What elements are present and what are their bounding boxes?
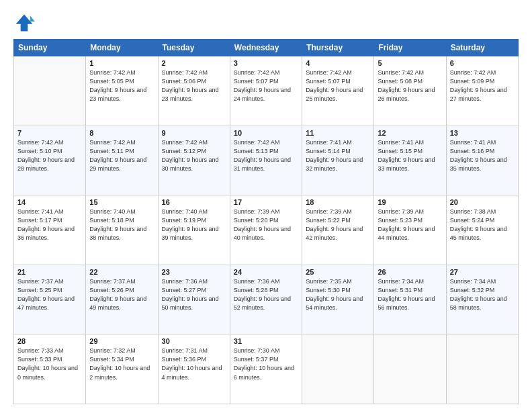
day-number: 15 (89, 198, 154, 206)
day-number: 14 (17, 198, 82, 206)
day-number: 22 (89, 268, 154, 276)
day-detail: Sunrise: 7:42 AMSunset: 5:09 PMDaylight:… (450, 68, 515, 103)
day-detail: Sunrise: 7:40 AMSunset: 5:18 PMDaylight:… (89, 208, 154, 242)
day-detail: Sunrise: 7:39 AMSunset: 5:20 PMDaylight:… (234, 208, 298, 242)
day-detail: Sunrise: 7:33 AMSunset: 5:33 PMDaylight:… (17, 347, 82, 381)
calendar-cell (446, 334, 518, 404)
svg-marker-0 (16, 15, 33, 32)
day-number: 20 (450, 198, 515, 206)
calendar-cell: 4Sunrise: 7:42 AMSunset: 5:07 PMDaylight… (302, 56, 374, 126)
day-number: 7 (17, 129, 82, 137)
day-number: 3 (234, 59, 298, 67)
day-number: 16 (162, 198, 226, 206)
day-detail: Sunrise: 7:42 AMSunset: 5:11 PMDaylight:… (89, 138, 154, 173)
logo (13, 12, 38, 34)
day-number: 8 (89, 129, 154, 137)
calendar-cell: 8Sunrise: 7:42 AMSunset: 5:11 PMDaylight… (86, 126, 158, 195)
day-detail: Sunrise: 7:34 AMSunset: 5:32 PMDaylight:… (450, 277, 515, 312)
calendar-cell: 29Sunrise: 7:32 AMSunset: 5:34 PMDayligh… (86, 334, 158, 404)
logo-icon (13, 12, 35, 34)
weekday-header: Thursday (302, 40, 374, 56)
day-number: 4 (306, 59, 370, 67)
day-number: 30 (162, 337, 226, 345)
calendar-cell: 2Sunrise: 7:42 AMSunset: 5:06 PMDaylight… (158, 56, 230, 126)
day-number: 24 (234, 268, 298, 276)
day-number: 31 (234, 337, 298, 345)
day-number: 27 (450, 268, 515, 276)
calendar-cell (302, 334, 374, 404)
header (13, 12, 519, 34)
day-number: 25 (306, 268, 370, 276)
day-number: 18 (306, 198, 370, 206)
day-detail: Sunrise: 7:37 AMSunset: 5:25 PMDaylight:… (17, 277, 82, 312)
calendar-cell: 19Sunrise: 7:39 AMSunset: 5:23 PMDayligh… (374, 195, 446, 265)
calendar-cell: 14Sunrise: 7:41 AMSunset: 5:17 PMDayligh… (14, 195, 86, 265)
day-detail: Sunrise: 7:42 AMSunset: 5:05 PMDaylight:… (89, 68, 154, 103)
calendar-page: SundayMondayTuesdayWednesdayThursdayFrid… (0, 0, 532, 411)
day-detail: Sunrise: 7:42 AMSunset: 5:08 PMDaylight:… (378, 68, 442, 103)
calendar-cell: 22Sunrise: 7:37 AMSunset: 5:26 PMDayligh… (86, 265, 158, 334)
calendar-cell: 16Sunrise: 7:40 AMSunset: 5:19 PMDayligh… (158, 195, 230, 265)
day-detail: Sunrise: 7:42 AMSunset: 5:12 PMDaylight:… (162, 138, 226, 173)
day-detail: Sunrise: 7:36 AMSunset: 5:27 PMDaylight:… (162, 277, 226, 312)
day-detail: Sunrise: 7:42 AMSunset: 5:07 PMDaylight:… (306, 68, 370, 103)
calendar-cell: 20Sunrise: 7:38 AMSunset: 5:24 PMDayligh… (446, 195, 518, 265)
calendar-cell: 7Sunrise: 7:42 AMSunset: 5:10 PMDaylight… (14, 126, 86, 195)
calendar-cell: 18Sunrise: 7:39 AMSunset: 5:22 PMDayligh… (302, 195, 374, 265)
day-detail: Sunrise: 7:38 AMSunset: 5:24 PMDaylight:… (450, 208, 515, 242)
day-number: 6 (450, 59, 515, 67)
day-detail: Sunrise: 7:31 AMSunset: 5:36 PMDaylight:… (162, 347, 226, 381)
day-detail: Sunrise: 7:41 AMSunset: 5:14 PMDaylight:… (306, 138, 370, 173)
calendar-cell: 17Sunrise: 7:39 AMSunset: 5:20 PMDayligh… (230, 195, 302, 265)
calendar-week-row: 28Sunrise: 7:33 AMSunset: 5:33 PMDayligh… (14, 334, 519, 404)
day-detail: Sunrise: 7:41 AMSunset: 5:16 PMDaylight:… (450, 138, 515, 173)
weekday-header: Wednesday (230, 40, 302, 56)
calendar-cell: 23Sunrise: 7:36 AMSunset: 5:27 PMDayligh… (158, 265, 230, 334)
calendar-cell: 26Sunrise: 7:34 AMSunset: 5:31 PMDayligh… (374, 265, 446, 334)
day-detail: Sunrise: 7:41 AMSunset: 5:15 PMDaylight:… (378, 138, 442, 173)
day-number: 12 (378, 129, 442, 137)
day-detail: Sunrise: 7:39 AMSunset: 5:23 PMDaylight:… (378, 208, 442, 242)
day-detail: Sunrise: 7:30 AMSunset: 5:37 PMDaylight:… (234, 347, 298, 381)
day-detail: Sunrise: 7:42 AMSunset: 5:06 PMDaylight:… (162, 68, 226, 103)
calendar-cell: 25Sunrise: 7:35 AMSunset: 5:30 PMDayligh… (302, 265, 374, 334)
day-detail: Sunrise: 7:36 AMSunset: 5:28 PMDaylight:… (234, 277, 298, 312)
weekday-header: Saturday (446, 40, 518, 56)
calendar-cell (374, 334, 446, 404)
weekday-header: Sunday (14, 40, 86, 56)
calendar-week-row: 14Sunrise: 7:41 AMSunset: 5:17 PMDayligh… (14, 195, 519, 265)
day-number: 2 (162, 59, 226, 67)
day-number: 19 (378, 198, 442, 206)
day-detail: Sunrise: 7:42 AMSunset: 5:07 PMDaylight:… (234, 68, 298, 103)
weekday-header: Monday (86, 40, 158, 56)
calendar-cell: 24Sunrise: 7:36 AMSunset: 5:28 PMDayligh… (230, 265, 302, 334)
day-number: 11 (306, 129, 370, 137)
calendar-week-row: 1Sunrise: 7:42 AMSunset: 5:05 PMDaylight… (14, 56, 519, 126)
calendar-table: SundayMondayTuesdayWednesdayThursdayFrid… (13, 39, 519, 404)
calendar-cell: 3Sunrise: 7:42 AMSunset: 5:07 PMDaylight… (230, 56, 302, 126)
day-number: 17 (234, 198, 298, 206)
day-number: 1 (89, 59, 154, 67)
day-number: 13 (450, 129, 515, 137)
day-detail: Sunrise: 7:35 AMSunset: 5:30 PMDaylight:… (306, 277, 370, 312)
calendar-cell: 12Sunrise: 7:41 AMSunset: 5:15 PMDayligh… (374, 126, 446, 195)
calendar-cell: 10Sunrise: 7:42 AMSunset: 5:13 PMDayligh… (230, 126, 302, 195)
day-number: 29 (89, 337, 154, 345)
day-number: 9 (162, 129, 226, 137)
day-number: 10 (234, 129, 298, 137)
calendar-week-row: 21Sunrise: 7:37 AMSunset: 5:25 PMDayligh… (14, 265, 519, 334)
calendar-cell: 30Sunrise: 7:31 AMSunset: 5:36 PMDayligh… (158, 334, 230, 404)
day-detail: Sunrise: 7:34 AMSunset: 5:31 PMDaylight:… (378, 277, 442, 312)
calendar-cell: 9Sunrise: 7:42 AMSunset: 5:12 PMDaylight… (158, 126, 230, 195)
calendar-cell: 28Sunrise: 7:33 AMSunset: 5:33 PMDayligh… (14, 334, 86, 404)
calendar-cell: 15Sunrise: 7:40 AMSunset: 5:18 PMDayligh… (86, 195, 158, 265)
day-detail: Sunrise: 7:32 AMSunset: 5:34 PMDaylight:… (89, 347, 154, 381)
day-detail: Sunrise: 7:42 AMSunset: 5:10 PMDaylight:… (17, 138, 82, 173)
calendar-cell: 31Sunrise: 7:30 AMSunset: 5:37 PMDayligh… (230, 334, 302, 404)
day-detail: Sunrise: 7:40 AMSunset: 5:19 PMDaylight:… (162, 208, 226, 242)
calendar-cell: 13Sunrise: 7:41 AMSunset: 5:16 PMDayligh… (446, 126, 518, 195)
day-number: 23 (162, 268, 226, 276)
calendar-cell: 11Sunrise: 7:41 AMSunset: 5:14 PMDayligh… (302, 126, 374, 195)
weekday-header-row: SundayMondayTuesdayWednesdayThursdayFrid… (14, 40, 519, 56)
calendar-cell: 6Sunrise: 7:42 AMSunset: 5:09 PMDaylight… (446, 56, 518, 126)
